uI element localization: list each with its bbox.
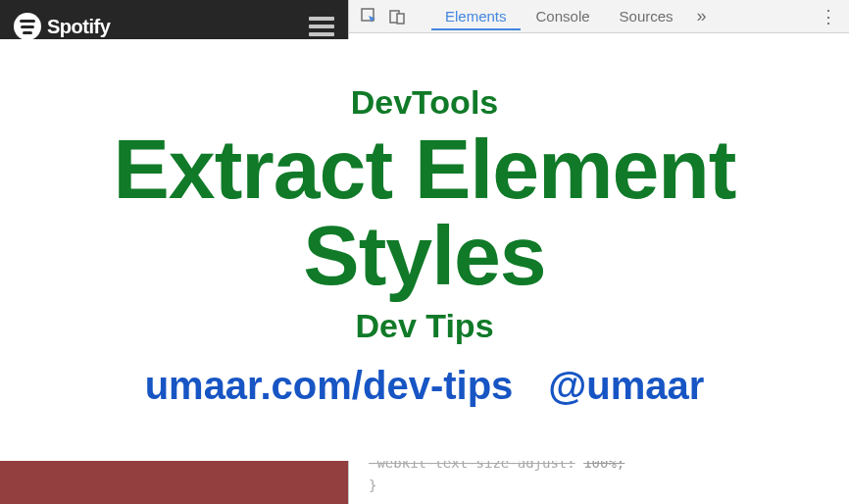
hamburger-menu-icon[interactable] xyxy=(309,17,334,36)
more-tabs-icon[interactable]: » xyxy=(689,4,715,29)
overlay-kicker: DevTools xyxy=(351,82,499,123)
kebab-menu-icon[interactable]: ⋮ xyxy=(816,4,841,29)
overlay-subtitle: Dev Tips xyxy=(355,306,493,346)
spotify-logo[interactable]: Spotify xyxy=(14,13,110,40)
css-line: } xyxy=(369,475,624,496)
overlay-links: umaar.com/dev-tips @umaar xyxy=(145,364,705,408)
spotify-brand-text: Spotify xyxy=(47,16,110,38)
devtools-tabbar: Elements Console Sources » ⋮ xyxy=(349,0,849,33)
link-site[interactable]: umaar.com/dev-tips xyxy=(145,364,514,408)
inspect-element-icon[interactable] xyxy=(357,4,382,29)
tab-elements[interactable]: Elements xyxy=(431,2,521,30)
spotify-icon xyxy=(14,13,41,40)
device-toolbar-icon[interactable] xyxy=(384,4,410,29)
title-card-overlay: DevTools Extract Element Styles Dev Tips… xyxy=(0,39,849,461)
tab-sources[interactable]: Sources xyxy=(606,2,687,30)
svg-rect-2 xyxy=(397,14,404,24)
tab-console[interactable]: Console xyxy=(523,2,604,30)
overlay-title: Extract Element Styles xyxy=(20,126,829,298)
link-twitter-handle[interactable]: @umaar xyxy=(548,364,704,408)
